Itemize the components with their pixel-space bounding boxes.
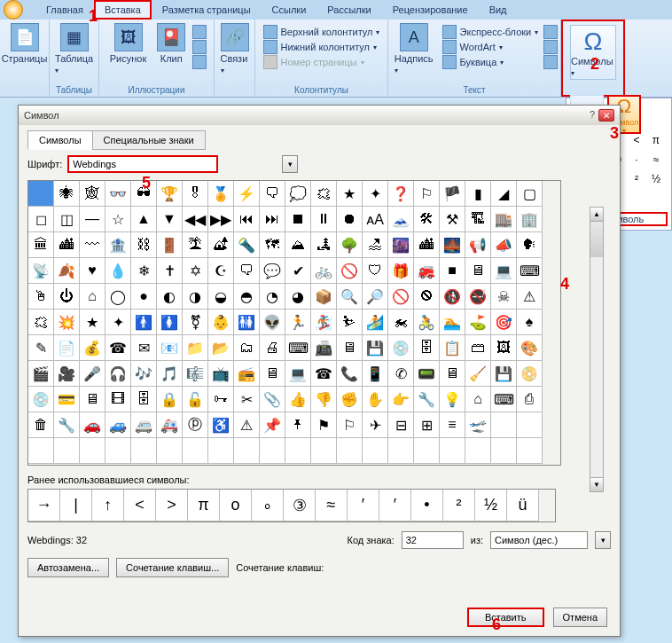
symbol-cell[interactable]: 📱 [363,361,388,387]
links-button[interactable]: 🔗Связи [217,21,253,76]
symbol-cell[interactable]: ⚧ [183,310,208,335]
cancel-button[interactable]: Отмена [553,608,607,627]
symbol-cell[interactable]: ▼ [157,207,183,232]
symbol-cell[interactable]: 📡 [28,258,54,284]
symbol-cell[interactable] [414,438,440,464]
tab-layout[interactable]: Разметка страницы [152,0,262,20]
symbol-cell[interactable]: 〰 [80,232,105,258]
mini-symbol-cell[interactable]: · [629,152,645,168]
symbol-cell[interactable]: 🗃 [465,335,491,361]
symbol-cell[interactable]: 📦 [311,284,337,310]
shortcut-button[interactable]: Сочетание клавиш... [116,558,229,577]
symbol-cell[interactable]: ⏸ [311,207,337,232]
symbol-cell[interactable]: ⛳ [465,310,491,335]
picture-button[interactable]: 🖼Рисунок [106,21,151,69]
symbol-cell[interactable]: 💬 [260,258,285,284]
symbol-cell[interactable]: 🎥 [54,361,80,387]
symbol-cell[interactable]: 🎼 [183,361,208,387]
symbol-cell[interactable]: 🗑 [28,412,54,438]
recent-cell[interactable]: ③ [284,490,316,521]
symbol-cell[interactable]: 🖥 [260,361,285,387]
symbol-cell[interactable]: ◑ [183,284,208,310]
symbol-cell[interactable]: 👎 [311,387,337,412]
symbol-cell[interactable]: 📁 [183,335,208,361]
symbol-cell[interactable]: ✡ [183,258,208,284]
symbol-cell[interactable]: 📞 [337,361,363,387]
symbol-cell[interactable]: ◢ [491,181,517,207]
symbol-cell[interactable] [491,438,517,464]
tab-mail[interactable]: Рассылки [316,0,381,20]
symbol-cell[interactable]: ⓟ [183,412,208,438]
symbol-cell[interactable]: 👽 [260,310,285,335]
symbol-cell[interactable]: ⌂ [465,387,491,412]
symbol-cell[interactable]: 🏢 [517,207,543,232]
symbol-cell[interactable]: 👍 [285,387,311,412]
smartart-button[interactable] [192,40,207,54]
symbol-cell[interactable]: ☠ [491,284,517,310]
symbol-cell[interactable] [105,438,131,464]
symbol-cell[interactable]: 🗯 [311,181,337,207]
symbol-cell[interactable]: 🛡 [363,258,388,284]
symbol-cell[interactable]: 🔦 [234,232,260,258]
symbol-cell[interactable]: ▢ [517,181,543,207]
symbol-cell[interactable]: 🚙 [105,412,131,438]
symbol-cell[interactable]: 🗨 [234,258,260,284]
recent-cell[interactable]: ½ [475,490,507,521]
symbol-cell[interactable]: 🔎 [363,284,388,310]
symbol-cell[interactable]: ▮ [465,181,491,207]
symbol-cell[interactable]: 🗻 [388,207,414,232]
font-dropdown-arrow[interactable]: ▾ [282,155,298,173]
symbol-cell[interactable]: ◒ [208,284,234,310]
symbol-cell[interactable]: ⊞ [414,412,440,438]
symbol-cell[interactable]: 🗂 [234,335,260,361]
symbol-cell[interactable]: 💡 [440,387,465,412]
symbol-cell[interactable]: 🛫 [465,412,491,438]
symbol-cell[interactable]: 🔍 [337,284,363,310]
symbol-cell[interactable]: 🏴 [440,181,465,207]
symbol-cell[interactable]: ⚐ [414,181,440,207]
symbol-cell[interactable]: 🌳 [337,232,363,258]
symbol-cell[interactable]: 🏍 [388,310,414,335]
symbol-cell[interactable]: ◓ [234,284,260,310]
recent-cell[interactable]: ≈ [316,490,348,521]
recent-cell[interactable]: < [124,490,156,521]
symbol-cell[interactable]: ♥ [80,258,105,284]
symbol-cell[interactable]: 🛇 [414,284,440,310]
symbol-cell[interactable] [234,438,260,464]
tab-special[interactable]: Специальные знаки [92,130,206,150]
symbol-cell[interactable]: 🎨 [517,335,543,361]
symbol-cell[interactable]: ★ [337,181,363,207]
symbol-cell[interactable]: ✊ [337,387,363,412]
symbol-cell[interactable]: ✂ [234,387,260,412]
header-button[interactable]: Верхний колонтитул [263,25,380,39]
mini-symbol-cell[interactable]: ≈ [648,152,664,168]
obj-button[interactable] [543,55,558,69]
symbol-cell[interactable]: 🚲 [311,258,337,284]
recent-cell[interactable]: ↑ [92,490,124,521]
symbol-cell[interactable] [80,438,105,464]
symbol-cell[interactable]: 🏅 [208,181,234,207]
recent-cell[interactable]: ² [443,490,475,521]
symbol-cell[interactable]: 📀 [517,361,543,387]
symbol-cell[interactable]: 🚒 [414,258,440,284]
symbol-cell[interactable]: ⚠ [234,412,260,438]
symbol-cell[interactable]: ◐ [157,284,183,310]
symbol-cell[interactable]: 🚑 [157,412,183,438]
symbol-cell[interactable]: ⌨ [285,335,311,361]
wordart-button[interactable]: WordArt [442,40,539,54]
footer-button[interactable]: Нижний колонтитул [263,40,380,54]
shapes-button[interactable] [192,25,207,39]
symbol-cell[interactable]: 🏞 [311,232,337,258]
symbol-cell[interactable]: ▶▶ [208,207,234,232]
table-button[interactable]: ▦Таблица [51,21,97,76]
recent-cell[interactable]: o [220,490,252,521]
symbol-cell[interactable]: 💻 [285,361,311,387]
symbol-cell[interactable]: ● [131,284,157,310]
tab-home[interactable]: Главная [35,0,94,20]
symbol-cell[interactable]: 🎶 [131,361,157,387]
symbol-cell[interactable]: 🚪 [157,232,183,258]
symbol-cell[interactable]: ⎙ [517,387,543,412]
symbol-cell[interactable]: 💾 [363,335,388,361]
date-button[interactable] [543,40,558,54]
symbol-cell[interactable]: 📂 [208,335,234,361]
